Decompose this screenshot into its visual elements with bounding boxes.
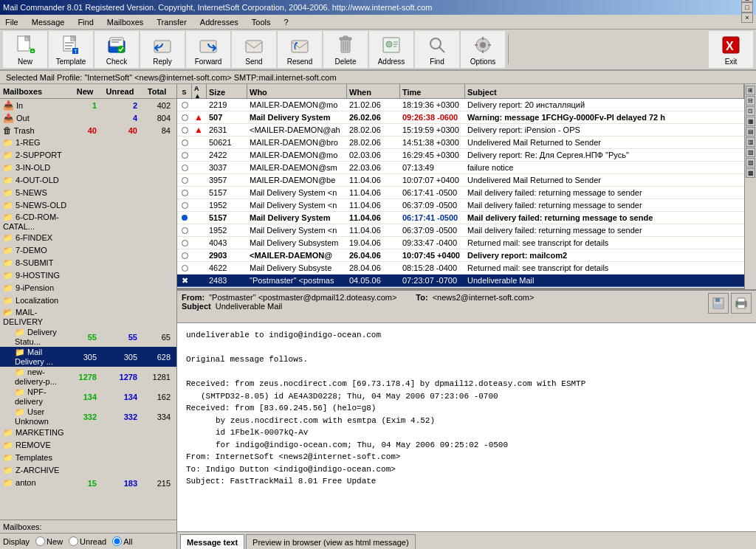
radio-new[interactable]: New (35, 536, 63, 546)
preview-text: undeliverable to indigo@indigo-ocean.com (186, 329, 747, 342)
table-row[interactable]: 1952 Mail Delivery System <n 11.04.06 06… (177, 199, 744, 212)
svg-point-35 (430, 38, 441, 49)
table-row[interactable]: ▲ 2631 <MAILER-DAEMON@ah 28.02.06 15:19:… (177, 124, 744, 137)
menu-file[interactable]: File (3, 17, 21, 27)
mailbox-4outold[interactable]: 📁 4-OUT-OLD (0, 174, 176, 187)
menu-find[interactable]: Find (75, 17, 95, 27)
reply-button[interactable]: Reply (140, 31, 185, 68)
col-s[interactable]: S (177, 84, 192, 100)
address-button[interactable]: Address (369, 31, 413, 68)
svg-rect-9 (65, 42, 74, 44)
col-subject[interactable]: Subject (465, 84, 744, 100)
delete-button[interactable]: Delete (323, 31, 368, 68)
mailbox-7demo[interactable]: 📁 7-DEMO (0, 244, 176, 257)
mailbox-newdelivery[interactable]: 📁 new-delivery-p... 1278 1278 1281 (0, 367, 176, 387)
options-button[interactable]: Options (461, 31, 505, 68)
mailbox-maildeliverysub[interactable]: 📁 Mail Delivery ... 305 305 628 (0, 347, 176, 367)
table-row[interactable]: ▲ 507 Mail Delivery System 26.02.06 09:2… (177, 111, 744, 124)
preview-save-button[interactable] (708, 293, 729, 314)
mailbox-9ipension[interactable]: 📁 9-iPension (0, 282, 176, 294)
col-a[interactable]: A ▲ (192, 84, 207, 100)
table-row[interactable]: 3037 MAILER-DAEMON@sm 22.03.06 07:13:49 … (177, 162, 744, 174)
menu-message[interactable]: Message (30, 17, 67, 27)
mailbox-deliverystatus[interactable]: 📁 Delivery Statu... 55 55 65 (0, 327, 176, 347)
mailbox-templates[interactable]: 📁 Templates (0, 452, 176, 464)
menu-bar: File Message Find Mailboxes Transfer Add… (0, 15, 756, 30)
forward-button[interactable]: Forward (186, 31, 230, 68)
email-toolbar-icon9[interactable]: ▩ (746, 168, 755, 178)
table-row[interactable]: 2422 MAILER-DAEMON@mo 02.03.06 16:29:45 … (177, 149, 744, 162)
mailbox-5news[interactable]: 📁 5-NEWS (0, 187, 176, 199)
table-row[interactable]: 5157 Mail Delivery System <n 11.04.06 06… (177, 187, 744, 199)
col-when[interactable]: When (347, 84, 400, 100)
mailbox-marketing[interactable]: 📁 MARKETING (0, 427, 176, 439)
sidebar-radio: Display New Unread All (0, 533, 176, 549)
mailbox-5newsold[interactable]: 📁 5-NEWS-OLD (0, 199, 176, 212)
preview-body[interactable]: undeliverable to indigo@indigo-ocean.com… (177, 323, 756, 531)
table-row[interactable]: 5157 Mail Delivery System 11.04.06 06:17… (177, 212, 744, 224)
close-button[interactable]: × (741, 13, 753, 23)
tab-message-text[interactable]: Message text (180, 534, 244, 549)
mailbox-6findex[interactable]: 📁 6-FINDEX (0, 232, 176, 244)
radio-unread[interactable]: Unread (69, 536, 106, 546)
email-rows: 2219 MAILER-DAEMON@mo 21.02.06 18:19:36 … (177, 99, 744, 288)
mailbox-remove[interactable]: 📁 REMOVE (0, 439, 176, 452)
template-button[interactable]: T Template (49, 31, 93, 68)
mailbox-trash[interactable]: 🗑 Trash 40 40 84 (0, 124, 176, 137)
mailbox-6cdrom[interactable]: 📁 6-CD-ROM-CATAL... (0, 212, 176, 232)
mailbox-localization[interactable]: 📁 Localization (0, 294, 176, 307)
mailbox-2support[interactable]: 📁 2-SUPPORT (0, 149, 176, 162)
table-row[interactable]: 1952 Mail Delivery System <n 11.04.06 06… (177, 224, 744, 237)
mailbox-in[interactable]: 📥 In 1 2 402 (0, 99, 176, 111)
email-toolbar-icon1[interactable]: ⊞ (746, 86, 755, 95)
table-row[interactable]: 50621 MAILER-DAEMON@bro 28.02.06 14:51:3… (177, 137, 744, 149)
table-row[interactable]: 4622 Mail Delivery Subsyste 28.04.06 08:… (177, 262, 744, 274)
exit-button[interactable]: X Exit (709, 31, 753, 68)
check-button[interactable]: Check (94, 31, 139, 68)
mailbox-8submit[interactable]: 📁 8-SUBMIT (0, 257, 176, 269)
preview-print-button[interactable] (731, 293, 752, 314)
menu-addresses[interactable]: Addresses (198, 17, 241, 27)
radio-all[interactable]: All (112, 536, 132, 546)
email-toolbar-icon8[interactable]: ▨ (746, 158, 755, 168)
mailbox-userunknown[interactable]: 📁 User Unknown 332 332 334 (0, 407, 176, 427)
mailbox-1reg[interactable]: 📁 1-REG (0, 137, 176, 149)
email-toolbar-icon3[interactable]: ⊡ (746, 106, 755, 116)
resend-icon (288, 33, 312, 56)
table-row[interactable]: 4043 Mail Delivery Subsystem 19.04.06 09… (177, 237, 744, 249)
svg-text:+: + (31, 49, 34, 54)
mailbox-zarchive[interactable]: 📁 Z-ARCHIVE (0, 464, 176, 477)
email-toolbar-icon2[interactable]: ⊟ (746, 96, 755, 106)
mailbox-maildelivery[interactable]: 📂 MAIL-DELIVERY (0, 307, 176, 327)
table-row[interactable]: 2219 MAILER-DAEMON@mo 21.02.06 18:19:36 … (177, 99, 744, 111)
mailbox-npfdelivery[interactable]: 📁 NPF-delivery 134 134 162 (0, 387, 176, 407)
email-toolbar-icon6[interactable]: ▥ (746, 137, 755, 147)
email-toolbar-icon4[interactable]: ▦ (746, 117, 755, 126)
menu-mailboxes[interactable]: Mailboxes (105, 17, 146, 27)
resend-button[interactable]: Resend (278, 31, 322, 68)
tab-preview-browser[interactable]: Preview in browser (view as html message… (246, 534, 416, 549)
mailbox-anton[interactable]: 📁 anton 15 183 215 (0, 477, 176, 489)
preview-tabs: Message text Preview in browser (view as… (177, 531, 756, 549)
check-label: Check (106, 58, 127, 66)
send-button[interactable]: Send (232, 31, 276, 68)
menu-help[interactable]: ? (282, 17, 291, 27)
mailbox-9hosting[interactable]: 📁 9-HOSTING (0, 269, 176, 282)
table-row[interactable]: 3957 MAILER-DAEMON@be 11.04.06 10:07:07 … (177, 174, 744, 187)
preview-from: From: InternetSoft <news2@internet-soft.… (186, 451, 747, 463)
maximize-button[interactable]: □ (741, 2, 753, 13)
col-who[interactable]: Who (247, 84, 347, 100)
email-toolbar-icon7[interactable]: ▧ (746, 148, 755, 157)
mailbox-3inold[interactable]: 📁 3-IN-OLD (0, 162, 176, 174)
col-size[interactable]: Size (207, 84, 247, 100)
menu-tools[interactable]: Tools (250, 17, 273, 27)
col-time[interactable]: Time (400, 84, 465, 100)
table-row[interactable]: ✖ 2483 "Postmaster" <postmas 04.05.06 07… (177, 274, 744, 287)
preview-header: From: "Postmaster" <postmaster@dpmail12.… (177, 291, 756, 323)
find-button[interactable]: Find (415, 31, 459, 68)
new-button[interactable]: + New (3, 31, 47, 68)
email-toolbar-icon5[interactable]: ▤ (746, 127, 755, 137)
table-row[interactable]: 2903 <MAILER-DAEMON@ 26.04.06 10:07:45 +… (177, 249, 744, 262)
mailbox-out[interactable]: 📤 Out 4 804 (0, 111, 176, 124)
menu-transfer[interactable]: Transfer (154, 17, 189, 27)
